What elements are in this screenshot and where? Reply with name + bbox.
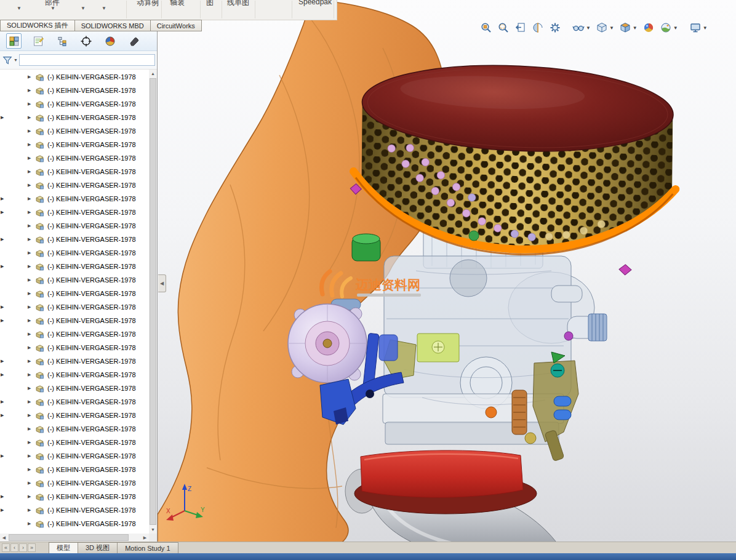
expand-arrow-icon[interactable]: ▶ [28,102,34,106]
expand-arrow-icon[interactable]: ▶ [28,494,34,499]
model-float-cover[interactable] [288,304,367,383]
tree-item[interactable]: ▶ ▶ (-) KEIHIN-VERGASER-1978 [0,436,149,449]
dropdown-arrow-icon[interactable]: ▼ [586,25,591,31]
dropdown-arrow-icon[interactable]: ▼ [703,25,708,31]
more-tools-tab[interactable] [126,33,142,49]
expand-arrow-icon[interactable]: ▶ [28,481,34,486]
graphics-area[interactable]: 迈迪资料网 Z X Y [158,0,736,542]
next-tab-button[interactable]: › [19,543,27,552]
tree-item[interactable]: ▶ ▶ (-) KEIHIN-VERGASER-1978 [0,70,149,84]
scroll-down-icon[interactable]: ▼ [149,526,157,534]
edge-expand-arrow-icon[interactable]: ▶ [1,399,4,404]
tree-item[interactable]: ▶ ▶ (-) KEIHIN-VERGASER-1978 [0,517,149,530]
tab-3d-views[interactable]: 3D 视图 [78,542,118,553]
ribbon-fragment[interactable]: 图 [206,0,214,8]
display-style-button[interactable]: ▼ [594,21,615,34]
tree-item[interactable]: ▶ ▶ (-) KEIHIN-VERGASER-1978 [0,327,149,341]
expand-arrow-icon[interactable]: ▶ [28,115,34,120]
filter-dropdown-icon[interactable]: ▼ [14,58,18,62]
tree-item[interactable]: ▶ ▶ (-) KEIHIN-VERGASER-1978 [0,206,149,219]
tree-item[interactable]: ▶ ▶ (-) KEIHIN-VERGASER-1978 [0,165,149,178]
tree-item[interactable]: ▶ ▶ (-) KEIHIN-VERGASER-1978 [0,314,149,327]
vertical-scroll-thumb[interactable] [150,78,156,525]
tree-horizontal-scrollbar[interactable]: ◀ ▶ [0,534,149,542]
prev-tab-button[interactable]: ‹ [10,543,18,552]
expand-arrow-icon[interactable]: ▶ [28,305,34,310]
ribbon-fragment[interactable]: Speedpak [298,0,332,6]
expand-arrow-icon[interactable]: ▶ [28,250,34,255]
hide-show-items-button[interactable]: ▼ [571,21,592,34]
expand-arrow-icon[interactable]: ▶ [28,156,34,161]
tab-solidworks-addins[interactable]: SOLIDWORKS 插件 [0,20,75,31]
edge-expand-arrow-icon[interactable]: ▶ [1,413,4,418]
tree-item[interactable]: ▶ ▶ (-) KEIHIN-VERGASER-1978 [0,368,149,382]
model-intake-pipe[interactable] [345,450,565,542]
model-canvas[interactable]: 迈迪资料网 Z X Y [158,0,736,542]
expand-arrow-icon[interactable]: ▶ [28,142,34,147]
expand-arrow-icon[interactable]: ▶ [28,129,34,134]
dropdown-arrow-icon[interactable]: ▼ [633,25,638,31]
view-orientation-button[interactable]: ▼ [618,21,639,34]
expand-arrow-icon[interactable]: ▶ [28,454,34,458]
tree-item[interactable]: ▶ ▶ (-) KEIHIN-VERGASER-1978 [0,449,149,463]
dropdown-arrow-icon[interactable]: ▼ [81,6,86,11]
horizontal-scroll-thumb[interactable] [9,534,129,541]
edge-expand-arrow-icon[interactable]: ▶ [1,454,4,458]
featuremanager-tab[interactable] [6,33,22,49]
tree-item[interactable]: ▶ ▶ (-) KEIHIN-VERGASER-1978 [0,246,149,260]
tree-item[interactable]: ▶ ▶ (-) KEIHIN-VERGASER-1978 [0,341,149,354]
scroll-left-icon[interactable]: ◀ [0,534,8,542]
tree-item[interactable]: ▶ ▶ (-) KEIHIN-VERGASER-1978 [0,84,149,97]
tree-item[interactable]: ▶ ▶ (-) KEIHIN-VERGASER-1978 [0,382,149,395]
expand-arrow-icon[interactable]: ▶ [28,237,34,242]
tree-item[interactable]: ▶ ▶ (-) KEIHIN-VERGASER-1978 [0,422,149,436]
expand-arrow-icon[interactable]: ▶ [28,278,34,282]
tree-item[interactable]: ▶ ▶ (-) KEIHIN-VERGASER-1978 [0,219,149,233]
expand-arrow-icon[interactable]: ▶ [28,345,34,350]
displaymanager-tab[interactable] [102,33,118,49]
expand-arrow-icon[interactable]: ▶ [28,521,34,526]
expand-arrow-icon[interactable]: ▶ [28,223,34,228]
tab-model[interactable]: 模型 [49,542,78,553]
previous-view-button[interactable] [513,21,528,34]
tree-item[interactable]: ▶ ▶ (-) KEIHIN-VERGASER-1978 [0,409,149,422]
expand-arrow-icon[interactable]: ▶ [28,359,34,364]
ribbon-fragment[interactable]: 线单图 [227,0,249,8]
expand-arrow-icon[interactable]: ▶ [28,196,34,201]
edge-expand-arrow-icon[interactable]: ▶ [1,196,4,201]
expand-arrow-icon[interactable]: ▶ [28,332,34,337]
configurationmanager-tab[interactable] [54,33,70,49]
view-settings-button[interactable]: ▼ [688,21,709,34]
ribbon-fragment[interactable]: 动算例 [137,0,159,8]
filter-input[interactable] [19,54,155,66]
tree-item[interactable]: ▶ ▶ (-) KEIHIN-VERGASER-1978 [0,490,149,503]
tree-item[interactable]: ▶ ▶ (-) KEIHIN-VERGASER-1978 [0,463,149,476]
dropdown-arrow-icon[interactable]: ▼ [609,25,614,31]
expand-arrow-icon[interactable]: ▶ [28,413,34,418]
edge-expand-arrow-icon[interactable]: ▶ [1,210,4,215]
expand-arrow-icon[interactable]: ▶ [28,467,34,472]
dropdown-arrow-icon[interactable]: ▼ [17,6,22,11]
expand-arrow-icon[interactable]: ▶ [28,169,34,174]
tree-item[interactable]: ▶ ▶ (-) KEIHIN-VERGASER-1978 [0,395,149,409]
edit-appearance-button[interactable] [641,21,656,34]
model-choke-cap-green[interactable] [352,234,380,261]
last-tab-button[interactable]: » [28,543,36,552]
expand-arrow-icon[interactable]: ▶ [28,372,34,377]
scroll-right-icon[interactable]: ▶ [141,534,149,542]
tree-item[interactable]: ▶ ▶ (-) KEIHIN-VERGASER-1978 [0,260,149,273]
view-settings-gear-button[interactable] [548,21,562,34]
edge-expand-arrow-icon[interactable]: ▶ [1,508,4,513]
tree-item[interactable]: ▶ ▶ (-) KEIHIN-VERGASER-1978 [0,111,149,124]
tree-item[interactable]: ▶ ▶ (-) KEIHIN-VERGASER-1978 [0,233,149,246]
expand-arrow-icon[interactable]: ▶ [28,88,34,93]
feature-manager-tree[interactable]: ▶ ▶ (-) KEIHIN-VERGASER-1978 ▶ ▶ (-) KEI… [0,70,149,534]
filter-button[interactable]: ▼ [2,55,18,66]
edge-expand-arrow-icon[interactable]: ▶ [1,115,4,120]
tree-item[interactable]: ▶ ▶ (-) KEIHIN-VERGASER-1978 [0,273,149,287]
dropdown-arrow-icon[interactable]: ▼ [50,6,55,11]
expand-arrow-icon[interactable]: ▶ [28,426,34,431]
tree-item[interactable]: ▶ ▶ (-) KEIHIN-VERGASER-1978 [0,178,149,192]
edge-expand-arrow-icon[interactable]: ▶ [1,359,4,364]
ribbon-fragment[interactable]: 轴装 [170,0,185,8]
